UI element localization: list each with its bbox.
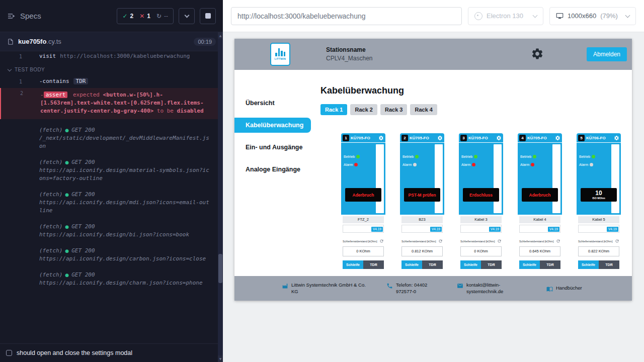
sidebar-item-kabelueberwachung[interactable]: Kabelüberwachung <box>234 118 311 133</box>
iso-unit: ISO MOhm <box>592 197 605 200</box>
card-body: Betrieb Alarm Aderbruch <box>341 143 385 215</box>
footer-phone[interactable]: Telefon: 04402 972577-0 <box>386 282 444 295</box>
stat-pending: ↻-- <box>156 13 168 20</box>
fetch-url: https://api.iconify.design/bi.json?icons… <box>39 231 212 239</box>
reporter-header: Specs ✓2 ✕1 ↻-- <box>0 0 223 32</box>
fetch-log-entry[interactable]: (fetch)●GET 200 https://api.iconify.desi… <box>0 190 218 216</box>
refresh-icon[interactable] <box>556 239 560 243</box>
betrieb-led <box>474 155 477 158</box>
refresh-icon[interactable] <box>438 239 443 243</box>
station-label: Stationsname <box>326 46 373 53</box>
alarm-led <box>590 163 593 166</box>
measurement-value: 0.812 KOhm <box>401 246 443 256</box>
settings-icon[interactable] <box>555 135 560 141</box>
status-badge: PST-M prüfen <box>404 188 440 202</box>
measurement-value: 0.822 KOhm <box>578 246 619 256</box>
version-badge: V4.19 <box>548 227 559 232</box>
schleife-button[interactable]: Schleife <box>578 260 599 269</box>
cable-label: Kabel 3 <box>460 216 502 223</box>
alarm-row: Alarm <box>520 163 534 166</box>
chevron-down-icon <box>625 13 630 18</box>
betrieb-label: Betrieb <box>461 155 472 158</box>
pending-icon: ↻ <box>156 13 162 20</box>
fetch-label: (fetch) <box>39 247 62 254</box>
app-footer: Littwin Systemtechnik GmbH & Co. KG Tele… <box>234 276 632 301</box>
command-number: 1 <box>0 78 22 86</box>
tab-rack-1[interactable]: Rack 1 <box>320 104 347 115</box>
tdr-button[interactable]: TDR <box>363 260 384 269</box>
email-icon <box>457 283 463 289</box>
measurement-row: Schleifenwiderstand [kOhm] <box>343 239 384 243</box>
spec-extension: .cy.ts <box>46 38 61 45</box>
refresh-icon[interactable] <box>379 239 384 243</box>
collapse-button[interactable] <box>179 8 195 24</box>
sidebar-item-analoge-eingaenge[interactable]: Analoge Eingänge <box>234 162 311 177</box>
schleife-button[interactable]: Schleife <box>519 260 540 269</box>
refresh-icon[interactable] <box>497 239 502 243</box>
scroll-up-icon[interactable]: ▲ <box>218 32 223 39</box>
betrieb-row: Betrieb <box>579 155 595 158</box>
command-arg: TDR <box>73 78 89 84</box>
scroll-down-icon[interactable]: ▼ <box>218 355 223 362</box>
iso-value: 10 <box>595 190 602 197</box>
sidebar-item-uebersicht[interactable]: Übersicht <box>234 96 311 111</box>
fetch-label: (fetch) <box>39 127 62 133</box>
level-indicator <box>611 144 619 213</box>
card-header: 2 KÜ705-FO <box>400 133 444 143</box>
card-title: KÜ706-FO <box>586 136 612 140</box>
schleife-button[interactable]: Schleife <box>343 260 363 269</box>
settings-icon[interactable] <box>614 135 619 141</box>
version-box: V4.19 <box>578 225 619 233</box>
status-badge: 10 ISO MOhm <box>581 188 617 202</box>
settings-icon[interactable] <box>531 47 544 60</box>
url-input[interactable] <box>231 7 462 25</box>
command-contains[interactable]: 1 -containsTDR <box>0 76 218 86</box>
tdr-button[interactable]: TDR <box>540 260 560 269</box>
assert-message: -assert expected <button.w-[50%].h-[1.56… <box>40 91 212 115</box>
tdr-button[interactable]: TDR <box>481 260 502 269</box>
command-number: 2 <box>1 89 23 98</box>
browser-select[interactable]: Electron 130 <box>468 7 543 25</box>
viewport-select[interactable]: 1000x660 (79%) <box>549 7 636 25</box>
tab-rack-4[interactable]: Rack 4 <box>410 104 437 115</box>
tdr-button[interactable]: TDR <box>422 260 443 269</box>
test-body-section[interactable]: TEST BODY <box>0 61 218 76</box>
sidebar-item-ein-und-ausgaenge[interactable]: Ein- und Ausgänge <box>234 140 311 155</box>
fail-icon: ✕ <box>139 13 144 20</box>
command-assert-failed[interactable]: 2 -assert expected <button.w-[50%].h-[1.… <box>0 88 218 119</box>
chevron-down-icon <box>533 13 538 18</box>
settings-icon[interactable] <box>378 135 384 141</box>
tab-rack-3[interactable]: Rack 3 <box>380 104 407 115</box>
specs-label[interactable]: Specs <box>20 12 41 20</box>
logout-button[interactable]: Abmelden <box>587 47 627 61</box>
card-buttons: Schleife TDR <box>460 260 502 269</box>
fetch-log-entry[interactable]: (fetch)●GET 200 https://api.iconify.desi… <box>0 222 218 240</box>
app-main: Kabelüberwachung Rack 1 Rack 2 Rack 3 Ra… <box>311 70 632 301</box>
refresh-icon[interactable] <box>615 239 619 243</box>
command-name: visit <box>39 53 56 59</box>
schleife-button[interactable]: Schleife <box>401 260 422 269</box>
fetch-log-entry[interactable]: (fetch)●GET 200 https://api.iconify.desi… <box>0 270 218 288</box>
fetch-label: (fetch) <box>39 191 62 198</box>
fetch-log-entry[interactable]: (fetch)●GET 200 /_next/static/developmen… <box>0 125 218 151</box>
level-indicator <box>376 144 384 213</box>
spec-header[interactable]: kue705fo .cy.ts 00:19 <box>0 32 223 51</box>
settings-icon[interactable] <box>437 135 443 141</box>
fetch-log-entry[interactable]: (fetch)●GET 200 https://api.iconify.desi… <box>0 246 218 264</box>
tdr-button[interactable]: TDR <box>599 260 619 269</box>
tab-rack-2[interactable]: Rack 2 <box>350 104 377 115</box>
schleife-button[interactable]: Schleife <box>460 260 481 269</box>
settings-icon[interactable] <box>496 135 502 141</box>
stop-button[interactable] <box>200 8 216 24</box>
specs-menu-icon[interactable] <box>7 12 15 20</box>
footer-email[interactable]: kontakt@littwin-systemtechnik.de <box>457 282 523 295</box>
section-chevron-icon <box>8 67 12 71</box>
next-test-row[interactable]: should open and close the settings modal <box>0 343 218 362</box>
card-number-badge: 1 <box>343 135 349 141</box>
fetch-log-entry[interactable]: (fetch)●GET 200 https://api.iconify.desi… <box>0 157 218 184</box>
scrollbar-thumb[interactable] <box>218 254 222 283</box>
viewport-size: 1000x660 <box>568 12 596 20</box>
book-icon <box>546 286 553 292</box>
command-visit[interactable]: 1 visithttp://localhost:3000/kabelueberw… <box>0 51 218 61</box>
footer-manuals[interactable]: Handbücher <box>546 285 582 292</box>
